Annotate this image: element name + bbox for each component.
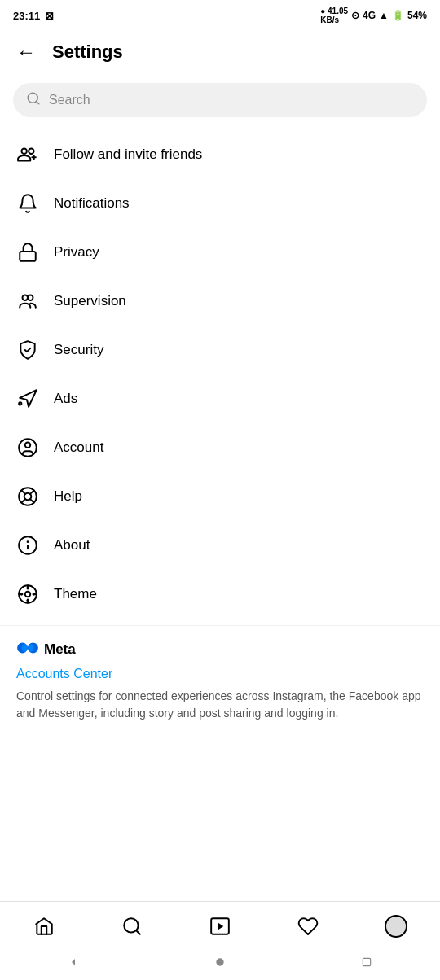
menu-item-ads[interactable]: Ads [0,374,440,423]
shield-icon [16,339,39,361]
bottom-nav [0,901,440,980]
menu-item-follow[interactable]: Follow and invite friends [0,130,440,179]
menu-item-privacy[interactable]: Privacy [0,228,440,277]
menu-item-security[interactable]: Security [0,326,440,374]
meta-logo-icon [16,639,39,660]
status-signal-bars: ▲ [379,10,389,21]
menu-item-help[interactable]: Help [0,472,440,521]
svg-line-11 [30,499,34,503]
profile-avatar [385,915,407,938]
heart-icon [297,916,319,937]
follow-label: Follow and invite friends [54,147,202,163]
status-bar: 23:11 ⊠ ● 41.05KB/s ⊙ 4G ▲ 🔋 54% [0,0,440,28]
android-home-btn[interactable] [212,954,228,970]
svg-line-28 [136,930,140,934]
account-label: Account [54,440,103,456]
nav-likes[interactable] [288,910,328,943]
settings-menu: Follow and invite friends Notifications … [0,127,440,622]
about-label: About [54,537,90,553]
status-battery-pct: 54% [407,10,427,21]
search-icon [26,91,41,109]
account-icon [16,436,39,459]
svg-marker-30 [218,923,224,930]
svg-point-5 [19,402,21,405]
android-recents-btn[interactable] [359,954,375,970]
supervision-icon [16,290,39,313]
svg-point-18 [25,592,31,597]
info-icon [16,534,39,557]
megaphone-icon [16,387,39,410]
security-label: Security [54,342,103,358]
follow-icon [16,143,39,166]
search-container: Search [0,73,440,127]
bottom-nav-items [0,902,440,947]
svg-rect-33 [363,958,370,965]
nav-home[interactable] [24,910,64,943]
home-icon [33,916,55,937]
android-nav [0,947,440,980]
meta-logo-label: Meta [44,641,76,658]
status-wifi-icon: ⊙ [351,10,359,21]
status-network: 4G [363,10,376,21]
svg-point-7 [25,443,31,448]
menu-item-about[interactable]: About [0,521,440,570]
status-battery: 🔋 [392,10,404,21]
nav-search[interactable] [112,910,152,943]
theme-icon [16,583,39,606]
status-time: 23:11 [13,10,40,22]
svg-line-1 [36,101,38,103]
menu-item-account[interactable]: Account [0,423,440,472]
status-email-icon: ⊠ [45,10,54,22]
svg-line-12 [30,490,34,494]
menu-item-theme[interactable]: Theme [0,570,440,619]
help-icon [16,485,39,508]
nav-profile[interactable] [376,910,416,943]
meta-description: Control settings for connected experienc… [16,688,424,722]
theme-label: Theme [54,586,97,602]
svg-point-32 [216,958,223,965]
page-title: Settings [52,42,123,63]
status-signal: ● 41.05KB/s [320,7,348,24]
svg-point-4 [28,295,33,300]
supervision-label: Supervision [54,293,126,309]
search-nav-icon [121,916,143,937]
meta-section: Meta Accounts Center Control settings fo… [0,625,440,728]
menu-item-supervision[interactable]: Supervision [0,277,440,326]
privacy-label: Privacy [54,244,99,260]
lock-icon [16,241,39,264]
help-label: Help [54,488,82,505]
search-placeholder: Search [49,93,90,107]
ads-label: Ads [54,391,77,407]
svg-line-10 [21,490,25,494]
svg-rect-2 [20,252,36,261]
accounts-center-link[interactable]: Accounts Center [16,667,424,681]
android-back-btn[interactable] [65,954,81,970]
nav-reels[interactable] [200,910,240,943]
bell-icon [16,192,39,215]
settings-header: ← Settings [0,28,440,73]
back-button[interactable]: ← [13,37,39,67]
menu-item-notifications[interactable]: Notifications [0,179,440,228]
notifications-label: Notifications [54,195,130,212]
svg-line-13 [21,499,25,503]
meta-logo-row: Meta [16,639,424,660]
reels-icon [209,916,231,937]
svg-marker-31 [72,959,75,965]
search-bar[interactable]: Search [13,83,427,117]
